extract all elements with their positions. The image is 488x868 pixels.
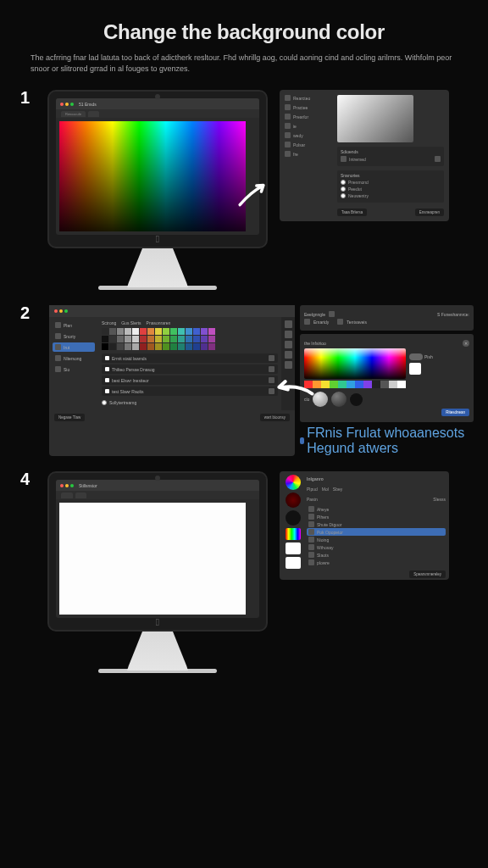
list-item[interactable]: Wthosay <box>307 543 446 551</box>
swatch[interactable] <box>397 381 406 388</box>
apply-button[interactable]: Ritesdnean <box>441 409 469 416</box>
swatch[interactable] <box>380 381 389 388</box>
preset-thumb[interactable] <box>286 492 301 508</box>
close-icon[interactable]: ✕ <box>463 340 469 347</box>
list-item[interactable]: Thilteo Parsse Dnasog <box>102 364 278 374</box>
tab[interactable] <box>75 492 86 498</box>
end-icon[interactable] <box>269 355 274 361</box>
swatch-icon[interactable] <box>341 156 347 162</box>
swatch[interactable] <box>208 336 215 342</box>
tool-icon[interactable] <box>285 341 292 348</box>
swatch[interactable] <box>132 336 139 342</box>
swatch[interactable] <box>363 381 372 388</box>
list-item[interactable]: Ermit staid laamds <box>102 353 278 363</box>
swatch[interactable] <box>208 328 215 335</box>
tab[interactable] <box>88 111 99 117</box>
list-item[interactable]: best Elswr Inesiteor <box>102 376 278 385</box>
swatch[interactable] <box>132 328 139 335</box>
swatch[interactable] <box>140 336 147 342</box>
swatch[interactable] <box>389 381 397 388</box>
swatch[interactable] <box>186 343 192 350</box>
tool-icon[interactable] <box>285 320 292 328</box>
swatch[interactable] <box>155 328 162 335</box>
swatch-icon[interactable] <box>329 311 335 317</box>
swatch[interactable] <box>147 336 154 342</box>
swatch[interactable] <box>178 328 185 335</box>
radio-icon[interactable] <box>341 180 346 185</box>
sidebar-item[interactable]: Plen <box>53 320 95 330</box>
preset-circle[interactable] <box>350 393 363 406</box>
tab[interactable]: Renascule <box>61 111 86 117</box>
radio-icon[interactable] <box>102 400 107 405</box>
swatch[interactable] <box>163 343 169 350</box>
swatch[interactable] <box>193 343 200 350</box>
swatch[interactable] <box>201 343 208 350</box>
preset-thumb[interactable] <box>286 510 301 526</box>
swatch[interactable] <box>178 343 185 350</box>
swatch[interactable] <box>163 328 169 335</box>
side-item[interactable]: ie <box>285 123 332 129</box>
side-item[interactable]: Practee <box>285 104 332 110</box>
swatch[interactable] <box>355 381 363 388</box>
list-item[interactable]: Nioing <box>307 536 446 543</box>
sidebar-item[interactable]: Nltersong <box>53 353 95 363</box>
side-item[interactable]: wedy <box>285 132 332 138</box>
footer-button[interactable]: Taaa Brlersa <box>337 209 367 216</box>
footer-button[interactable]: Ensneapren <box>415 209 444 216</box>
swatch[interactable] <box>140 343 147 350</box>
preset-circle[interactable] <box>331 392 347 407</box>
swatch[interactable] <box>140 328 147 335</box>
swatch[interactable] <box>132 343 139 350</box>
swatch-icon[interactable] <box>304 319 310 325</box>
swatch[interactable] <box>186 336 192 342</box>
tab[interactable] <box>61 492 73 498</box>
swatch[interactable] <box>125 343 131 350</box>
swatch[interactable] <box>117 328 124 335</box>
swatch[interactable] <box>372 381 380 388</box>
swatch-grid[interactable] <box>102 328 278 350</box>
swatch[interactable] <box>109 343 116 350</box>
list-item[interactable]: test Slawr Raolts <box>102 387 278 396</box>
checkbox-icon[interactable] <box>105 367 109 371</box>
checkbox-icon[interactable] <box>105 356 109 360</box>
swatch[interactable] <box>193 328 200 335</box>
swatch[interactable] <box>186 328 192 335</box>
swatch[interactable] <box>109 328 116 335</box>
tab[interactable]: Gus Slerts <box>121 320 141 326</box>
side-item[interactable]: Polsar <box>285 142 332 147</box>
swatch-icon[interactable] <box>435 156 441 162</box>
white-canvas[interactable] <box>59 503 246 615</box>
footer-button[interactable]: Negase Tlaw <box>54 414 85 421</box>
checkbox-icon[interactable] <box>105 389 109 393</box>
end-icon[interactable] <box>269 366 274 372</box>
swatch[interactable] <box>208 343 215 350</box>
tool-icon[interactable] <box>285 331 292 338</box>
swatch[interactable] <box>155 343 162 350</box>
help-link[interactable]: FRnis Frulat whoaanesots Hegund atwers <box>300 426 474 456</box>
swatch[interactable] <box>193 336 200 342</box>
tab[interactable]: Pnasonraren <box>147 320 171 326</box>
swatch[interactable] <box>201 336 208 342</box>
swatch[interactable] <box>147 328 154 335</box>
swatch[interactable] <box>125 336 131 342</box>
swatch[interactable] <box>347 381 355 388</box>
side-item[interactable]: fre <box>285 151 332 157</box>
swatch[interactable] <box>102 336 108 342</box>
tab[interactable]: Slesss <box>433 497 446 502</box>
list-item[interactable]: Pok Opopetor <box>307 528 446 536</box>
swatch[interactable] <box>102 343 108 350</box>
swatch[interactable] <box>163 336 169 342</box>
swatch[interactable] <box>338 381 347 388</box>
footer-button[interactable]: wart bioonsy <box>260 414 290 421</box>
swatch[interactable] <box>125 328 131 335</box>
color-wheel-icon[interactable] <box>286 475 301 490</box>
tool-icon[interactable] <box>285 351 292 359</box>
swatch[interactable] <box>178 336 185 342</box>
tab[interactable]: Sctrong <box>102 320 116 326</box>
swatch[interactable] <box>170 343 177 350</box>
swatch[interactable] <box>201 328 208 335</box>
list-item[interactable]: plowre <box>307 559 446 566</box>
swatch[interactable] <box>102 328 108 335</box>
side-item[interactable]: Prearfor <box>285 114 332 120</box>
color-spectrum[interactable] <box>304 348 406 379</box>
